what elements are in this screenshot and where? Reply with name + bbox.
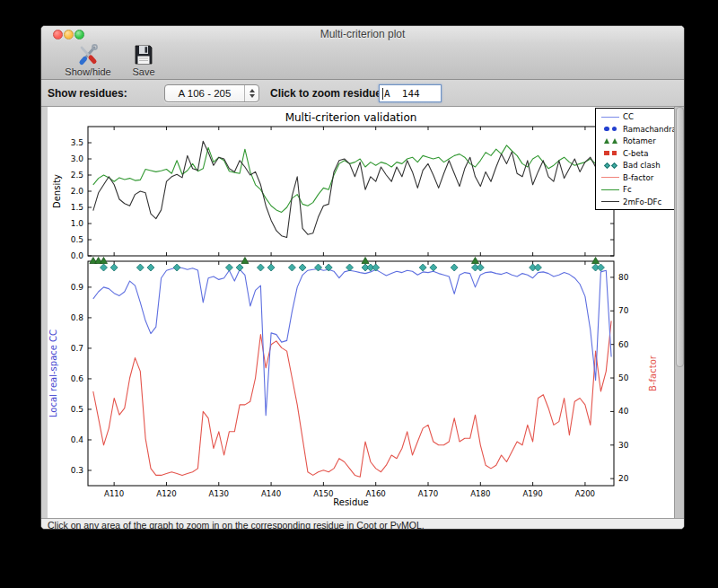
combobox-stepper[interactable]	[244, 85, 258, 101]
density-tick-label: 0.0	[71, 251, 84, 260]
legend-label: 2mFo-DFc	[623, 197, 661, 206]
rotamer-outlier-marker	[241, 258, 249, 264]
cc-tick-label: 0.3	[71, 466, 83, 475]
x-tick-label: A130	[209, 489, 229, 498]
window-title: Multi-criterion plot	[41, 28, 684, 40]
x-tick-label: A120	[156, 489, 176, 498]
rotamer-outlier-marker	[362, 258, 369, 264]
c-beta-legend-symbol	[600, 151, 621, 156]
density-tick-label: 1.5	[71, 203, 83, 212]
legend-label: B-factor	[623, 173, 653, 182]
legend-marker	[610, 162, 617, 169]
density-tick-label: 3.5	[71, 138, 83, 147]
controls-row: Show residues: A 106 - 205 Click to zoom…	[41, 80, 684, 107]
legend-entry: Fc	[600, 184, 674, 195]
legend-entry: Rotamer	[600, 136, 674, 146]
chart-legend: CCRamachandranRotamerC-betaBad clashB-fa…	[595, 108, 675, 210]
stepper-down-icon	[250, 94, 255, 98]
2mfo-dfc-legend-symbol	[600, 201, 621, 202]
legend-marker	[612, 127, 617, 132]
multi-criterion-chart[interactable]: A110A120A130A140A150A160A170A180A190A200…	[48, 107, 676, 518]
ramachandran-legend-symbol	[600, 127, 621, 132]
cc-tick-label: 0.8	[71, 313, 84, 322]
save-button[interactable]: Save	[127, 43, 160, 77]
rotamer-legend-symbol	[600, 138, 621, 144]
density-tick-label: 0.5	[71, 235, 83, 244]
bottom-panel-frame	[88, 261, 614, 486]
legend-marker	[604, 138, 609, 144]
legend-marker	[601, 117, 619, 118]
rotamer-outlier-marker	[100, 258, 107, 264]
legend-marker	[612, 138, 617, 144]
x-tick-label: A190	[522, 489, 542, 498]
text-caret	[382, 88, 383, 100]
b-factor-legend-symbol	[600, 177, 621, 178]
density-tick-label: 2.5	[71, 171, 83, 180]
plot-canvas[interactable]: A110A120A130A140A150A160A170A180A190A200…	[48, 107, 676, 518]
cc-tick-label: 0.4	[71, 435, 84, 444]
legend-entry: C-beta	[600, 147, 674, 158]
legend-label: Fc	[623, 185, 632, 194]
x-tick-label: A110	[104, 489, 124, 498]
density-tick-label: 1.0	[71, 219, 84, 228]
legend-marker	[601, 189, 619, 190]
bfactor-tick-label: 60	[618, 340, 629, 349]
x-tick-label: A160	[366, 489, 386, 498]
legend-label: Ramachandran	[623, 125, 681, 134]
bfactor-tick-label: 50	[618, 373, 629, 382]
bad-clash-legend-symbol	[600, 163, 621, 168]
toolbar: Show/hide controls Save	[41, 42, 684, 80]
legend-label: Rotamer	[623, 136, 656, 145]
residue-range-combobox[interactable]: A 106 - 205	[164, 84, 259, 102]
zoom-residue-label: Click to zoom residue:	[270, 87, 385, 100]
legend-marker	[604, 151, 609, 156]
zoom-residue-input[interactable]: A 144	[379, 84, 442, 102]
status-text: Click on any area of the graph to zoom i…	[48, 520, 425, 530]
density-tick-label: 2.0	[71, 187, 84, 196]
bfactor-tick-label: 80	[618, 273, 629, 282]
bfactor-axis-label: B-factor	[648, 355, 658, 391]
cc-tick-label: 0.6	[71, 374, 84, 383]
cc-tick-label: 0.9	[71, 283, 84, 292]
bfactor-tick-label: 70	[618, 306, 629, 315]
chart-title: Multi-criterion validation	[285, 111, 417, 124]
density-tick-label: 3.0	[71, 154, 84, 163]
legend-entry: Bad clash	[600, 160, 674, 171]
x-tick-label: A150	[313, 489, 333, 498]
cc-legend-symbol	[600, 117, 621, 118]
legend-entry: Ramachandran	[600, 123, 674, 134]
stepper-up-icon	[250, 89, 255, 92]
density-axis-label: Density	[52, 174, 62, 208]
legend-marker	[603, 162, 609, 169]
legend-entry: 2mFo-DFc	[600, 196, 674, 206]
show-residues-label: Show residues:	[48, 87, 127, 100]
cc-tick-label: 0.7	[71, 344, 83, 353]
legend-marker	[604, 127, 609, 132]
tools-icon	[76, 43, 100, 66]
legend-label: Bad clash	[623, 161, 661, 170]
residue-range-value: A 106 - 205	[165, 88, 244, 99]
bfactor-tick-label: 40	[618, 407, 629, 416]
scrollbar-thumb[interactable]	[676, 107, 684, 367]
legend-marker	[601, 201, 619, 202]
rotamer-outlier-marker	[471, 258, 478, 264]
status-bar: Click on any area of the graph to zoom i…	[41, 518, 684, 530]
legend-marker	[612, 151, 617, 156]
legend-label: CC	[623, 112, 634, 121]
x-tick-label: A170	[418, 489, 438, 498]
cc-axis-label: Local real-space CC	[48, 329, 58, 417]
rotamer-outlier-marker	[592, 258, 600, 264]
legend-entry: CC	[600, 111, 674, 122]
title-bar[interactable]: Multi-criterion plot	[41, 26, 684, 42]
bfactor-tick-label: 30	[618, 441, 629, 450]
legend-entry: B-factor	[600, 171, 674, 182]
screenshot-background: Multi-criterion plot Show/hide controls	[0, 0, 718, 588]
legend-label: C-beta	[623, 149, 648, 158]
x-tick-label: A180	[470, 489, 490, 498]
vertical-scrollbar[interactable]	[674, 107, 684, 518]
fc-legend-symbol	[600, 189, 621, 190]
x-tick-label: A200	[575, 489, 595, 498]
save-floppy-icon	[132, 43, 155, 66]
bfactor-tick-label: 20	[618, 474, 629, 483]
zoom-residue-value: A 144	[384, 88, 420, 100]
